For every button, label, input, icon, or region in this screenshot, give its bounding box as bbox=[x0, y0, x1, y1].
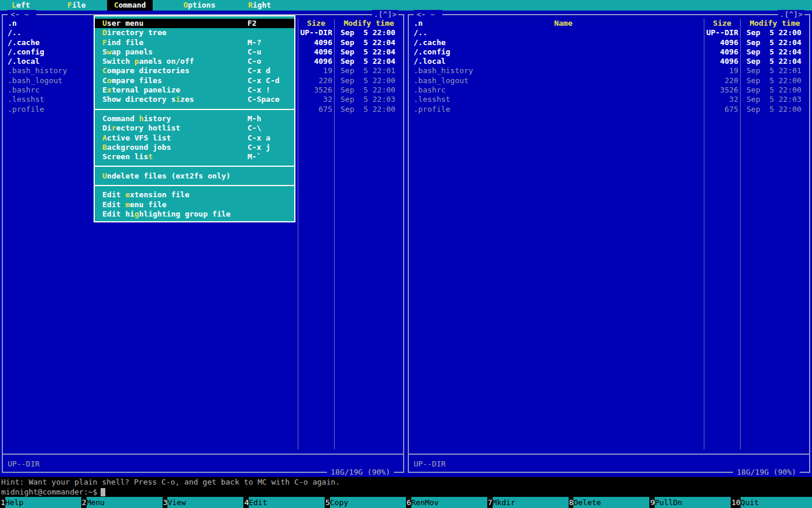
fkey-number: 9 bbox=[649, 497, 655, 508]
fkey-quit[interactable]: 10Quit bbox=[731, 497, 812, 508]
fkey-number: 2 bbox=[81, 497, 87, 508]
menu-item-switch-panels-on-off[interactable]: Switch panels on/offC-o bbox=[95, 57, 294, 66]
menu-item-directory-tree[interactable]: Directory tree bbox=[95, 28, 294, 37]
menu-item-command-history[interactable]: Command historyM-h bbox=[95, 114, 294, 123]
menu-item-compare-files[interactable]: Compare filesC-x C-d bbox=[95, 76, 294, 85]
left-column-size[interactable]: Size bbox=[298, 19, 334, 28]
fkey-copy[interactable]: 5Copy bbox=[325, 497, 406, 508]
menu-item-swap-panels[interactable]: Swap panelsC-u bbox=[95, 47, 294, 57]
command-line[interactable]: midnight@commander:~$ bbox=[0, 487, 812, 497]
fkey-renmov[interactable]: 6RenMov bbox=[406, 497, 487, 508]
fkey-number: 7 bbox=[487, 497, 493, 508]
file-mtime: Sep 5 22:04 bbox=[334, 47, 403, 57]
file-row[interactable]: .lesshst32Sep 5 22:03 bbox=[409, 95, 809, 104]
label-post: ptions bbox=[188, 1, 215, 9]
menu-item-user-menu[interactable]: User menuF2 bbox=[95, 19, 294, 28]
menu-item-directory-hotlist[interactable]: Directory hotlistC-\ bbox=[95, 123, 294, 133]
menu-item-shortcut: C-Space bbox=[247, 95, 288, 104]
right-column-mtime[interactable]: Modify time bbox=[740, 19, 809, 28]
file-size: UP--DIR bbox=[704, 28, 740, 37]
menu-item-external-panelize[interactable]: External panelizeC-x ! bbox=[95, 85, 294, 95]
file-size: 19 bbox=[704, 66, 740, 75]
file-row[interactable]: .bash_logout220Sep 5 22:00 bbox=[409, 76, 809, 85]
menubar-item-options[interactable]: Options bbox=[176, 0, 222, 11]
menu-item-shortcut: C-x ! bbox=[247, 85, 288, 95]
menu-item-compare-directories[interactable]: Compare directoriesC-x d bbox=[95, 66, 294, 75]
menubar-item-left[interactable]: Left bbox=[5, 0, 37, 11]
fkey-edit[interactable]: 4Edit bbox=[243, 497, 325, 508]
right-column-name[interactable]: Name bbox=[423, 19, 704, 28]
file-name: /.cache bbox=[409, 38, 704, 47]
menu-item-show-directory-sizes[interactable]: Show directory sizesC-Space bbox=[95, 95, 294, 104]
fkey-label: Delete bbox=[573, 497, 649, 508]
menubar-item-file[interactable]: File bbox=[60, 0, 92, 11]
menubar-item-command[interactable]: Command bbox=[107, 0, 153, 11]
fkey-label: View bbox=[167, 497, 243, 508]
fkey-mkdir[interactable]: 7Mkdir bbox=[487, 497, 569, 508]
menubar-item-right[interactable]: Right bbox=[241, 0, 278, 11]
fkey-pulldn[interactable]: 9PullDn bbox=[649, 497, 731, 508]
menu-item-find-file[interactable]: Find fileM-? bbox=[95, 38, 294, 47]
menu-item-shortcut: M-h bbox=[247, 114, 288, 123]
file-row[interactable]: .bashrc3526Sep 5 22:00 bbox=[409, 85, 809, 95]
file-row[interactable]: /.cache4096Sep 5 22:04 bbox=[409, 38, 809, 47]
file-size: 32 bbox=[704, 95, 740, 104]
menu-item-label: Switch panels on/off bbox=[102, 57, 194, 66]
label-post: enu file bbox=[130, 200, 167, 209]
fkey-delete[interactable]: 8Delete bbox=[569, 497, 650, 508]
file-mtime: Sep 5 22:04 bbox=[740, 57, 809, 66]
hotkey-letter: o bbox=[107, 76, 112, 85]
menu-item-active-vfs-list[interactable]: Active VFS listC-x a bbox=[95, 133, 294, 143]
label-pre: E bbox=[102, 85, 107, 94]
file-size: 3526 bbox=[298, 85, 334, 95]
menu-item-edit-highlighting-group-file[interactable]: Edit highlighting group file bbox=[95, 210, 294, 219]
file-row[interactable]: /.local4096Sep 5 22:04 bbox=[409, 57, 809, 66]
menu-item-edit-menu-file[interactable]: Edit menu file bbox=[95, 200, 294, 210]
menu-item-shortcut bbox=[247, 28, 288, 37]
fkey-number: 5 bbox=[325, 497, 330, 508]
menu-item-label: Compare directories bbox=[102, 66, 190, 75]
listing-filler bbox=[409, 114, 809, 449]
label-post: ser menu bbox=[107, 19, 144, 28]
fkey-menu[interactable]: 2Menu bbox=[81, 497, 163, 508]
menu-item-label: Edit highlighting group file bbox=[102, 210, 230, 219]
right-column-size[interactable]: Size bbox=[704, 19, 740, 28]
file-row[interactable]: /..UP--DIRSep 5 22:00 bbox=[409, 28, 809, 37]
fkey-label: Copy bbox=[330, 497, 406, 508]
fkey-view[interactable]: 3View bbox=[163, 497, 244, 508]
file-row[interactable]: .profile675Sep 5 22:00 bbox=[409, 105, 809, 114]
menu-item-edit-extension-file[interactable]: Edit extension file bbox=[95, 190, 294, 200]
label-pre: Edit bbox=[102, 190, 125, 199]
fkey-label: Help bbox=[5, 497, 81, 508]
menu-item-screen-list[interactable]: Screen listM-` bbox=[95, 152, 294, 162]
label-post: zes bbox=[180, 95, 194, 104]
hotkey-letter: U bbox=[102, 19, 107, 28]
file-name: .lesshst bbox=[409, 95, 704, 104]
menu-item-label: External panelize bbox=[102, 85, 180, 95]
menu-item-label: Command history bbox=[102, 114, 171, 123]
right-disk-usage: 18G/19G (90%) bbox=[733, 468, 800, 477]
function-key-bar: 1Help2Menu3View4Edit5Copy6RenMov7Mkdir8D… bbox=[0, 497, 812, 508]
file-size: 32 bbox=[298, 95, 334, 104]
menu-item-undelete-files-ext2fs-only[interactable]: Undelete files (ext2fs only) bbox=[95, 171, 294, 181]
right-file-listing: /..UP--DIRSep 5 22:00/.cache4096Sep 5 22… bbox=[409, 28, 809, 449]
file-row[interactable]: /.config4096Sep 5 22:04 bbox=[409, 47, 809, 57]
left-disk-usage: 18G/19G (90%) bbox=[327, 468, 394, 477]
label-pre: Edit hi bbox=[102, 210, 135, 218]
left-ministatus-separator bbox=[3, 449, 403, 459]
left-column-mtime[interactable]: Modify time bbox=[334, 19, 403, 28]
menu-item-background-jobs[interactable]: Background jobsC-x j bbox=[95, 143, 294, 152]
fkey-help[interactable]: 1Help bbox=[0, 497, 81, 508]
mc-terminal-screen: LeftFileCommandOptionsRight <- ~ .[^]> .… bbox=[0, 0, 812, 508]
menu-item-shortcut bbox=[247, 200, 288, 210]
fkey-number: 6 bbox=[406, 497, 411, 508]
label-post: ommand bbox=[118, 1, 146, 9]
file-name: /.. bbox=[409, 28, 704, 37]
right-panel-header: .n Name Size Modify time bbox=[409, 19, 809, 28]
file-size: 220 bbox=[704, 76, 740, 85]
menu-item-shortcut: C-x j bbox=[247, 143, 288, 152]
file-size: 675 bbox=[298, 105, 334, 114]
fkey-label: Quit bbox=[741, 497, 812, 508]
file-row[interactable]: .bash_history19Sep 5 22:01 bbox=[409, 66, 809, 75]
label-post: ind file bbox=[107, 38, 144, 47]
